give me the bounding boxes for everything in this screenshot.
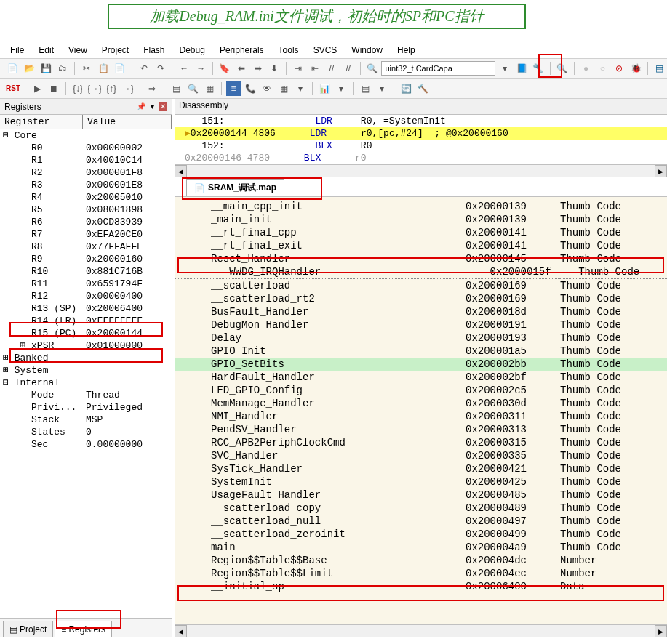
paste-icon[interactable]: 📄 bbox=[113, 61, 127, 76]
disasm-icon[interactable]: 🔍 bbox=[185, 81, 200, 96]
menu-view[interactable]: View bbox=[63, 44, 93, 57]
bp-kill-icon[interactable]: ⊘ bbox=[612, 61, 626, 76]
map-row[interactable]: SVC_Handler0x20000335Thumb Code bbox=[175, 449, 667, 462]
open-icon[interactable]: 📂 bbox=[23, 61, 37, 76]
register-row[interactable]: R15 (PC)0x20000144 bbox=[0, 327, 172, 339]
bp-toggle-icon[interactable]: ● bbox=[579, 61, 594, 76]
settings-icon[interactable]: 🔧 bbox=[531, 61, 546, 76]
register-row[interactable]: R120x00000400 bbox=[0, 290, 172, 302]
menu-file[interactable]: File bbox=[4, 44, 30, 57]
stop-icon[interactable]: ⏹ bbox=[47, 81, 61, 96]
map-row[interactable]: __scatterload_rt20x20000169Thumb Code bbox=[175, 292, 667, 305]
map-row[interactable]: __rt_final_exit0x20000141Thumb Code bbox=[175, 239, 667, 252]
register-row[interactable]: R20x000001F8 bbox=[0, 166, 172, 179]
bp-list-icon[interactable]: 🐞 bbox=[628, 61, 643, 76]
watch-icon[interactable]: 👁 bbox=[260, 81, 274, 96]
cut-icon[interactable]: ✂ bbox=[79, 61, 94, 76]
nav-back-icon[interactable]: ← bbox=[177, 61, 191, 76]
save-icon[interactable]: 💾 bbox=[39, 61, 54, 76]
menu-help[interactable]: Help bbox=[391, 44, 421, 57]
internal-row[interactable]: ModeThread bbox=[0, 389, 172, 401]
close-icon[interactable]: ✕ bbox=[159, 102, 167, 111]
register-row[interactable]: R30x000001E8 bbox=[0, 179, 172, 191]
register-row[interactable]: R40x20005010 bbox=[0, 191, 172, 204]
map-row[interactable]: DebugMon_Handler0x20000191Thumb Code bbox=[175, 318, 667, 331]
register-row[interactable]: R100x881C716B bbox=[0, 265, 172, 278]
map-row[interactable]: _main_init0x20000139Thumb Code bbox=[175, 213, 667, 226]
map-row[interactable]: SystemInit0x20000425Thumb Code bbox=[175, 475, 667, 488]
register-row[interactable]: R90x20000160 bbox=[0, 253, 172, 265]
find-combo[interactable] bbox=[381, 61, 495, 76]
map-row[interactable]: main0x200004a9Thumb Code bbox=[175, 541, 667, 554]
map-row[interactable]: __scatterload0x20000169Thumb Code bbox=[175, 279, 667, 292]
internal-row[interactable]: StackMSP bbox=[0, 414, 172, 426]
step-in-icon[interactable]: {↓} bbox=[71, 81, 85, 96]
system-icon[interactable]: ▤ bbox=[358, 81, 372, 96]
map-row[interactable]: Region$$Table$$Base0x200004dcNumber bbox=[175, 554, 667, 567]
map-row[interactable]: __initial_sp0x20006400Data bbox=[175, 580, 667, 593]
register-row[interactable]: R13 (SP)0x20006400 bbox=[0, 302, 172, 315]
analyzer-icon[interactable]: 📊 bbox=[317, 81, 332, 96]
register-row[interactable]: R60x0CD83939 bbox=[0, 216, 172, 228]
menu-tools[interactable]: Tools bbox=[273, 44, 305, 57]
run-to-icon[interactable]: →} bbox=[121, 81, 135, 96]
bp-disable-icon[interactable]: ○ bbox=[595, 61, 610, 76]
copy-icon[interactable]: 📋 bbox=[96, 61, 111, 76]
step-out-icon[interactable]: {↑} bbox=[104, 81, 119, 96]
show-next-icon[interactable]: ⇒ bbox=[145, 81, 159, 96]
map-row[interactable]: GPIO_SetBits0x200002bbThumb Code bbox=[175, 358, 667, 371]
map-row[interactable]: WWDG_IRQHandler 0x2000015f Thumb Code bbox=[175, 265, 667, 279]
map-row[interactable]: HardFault_Handler0x200002bfThumb Code bbox=[175, 371, 667, 384]
register-row[interactable]: R70xEFA20CE0 bbox=[0, 228, 172, 241]
map-body[interactable]: __main_cpp_init0x20000139Thumb Code_main… bbox=[175, 197, 667, 624]
symbols-icon[interactable]: ▦ bbox=[202, 81, 217, 96]
find-icon[interactable]: 🔍 bbox=[365, 61, 380, 76]
nav-fwd-icon[interactable]: → bbox=[193, 61, 208, 76]
map-row[interactable]: LED_GPIO_Config0x200002c5Thumb Code bbox=[175, 384, 667, 397]
menu-edit[interactable]: Edit bbox=[33, 44, 60, 57]
map-row[interactable]: BusFault_Handler0x2000018dThumb Code bbox=[175, 305, 667, 318]
pin-icon[interactable]: 📌 bbox=[137, 102, 145, 111]
internal-row[interactable]: Privi...Privileged bbox=[0, 401, 172, 414]
register-row[interactable]: R80x77FFAFFE bbox=[0, 241, 172, 253]
file-tab-map[interactable]: 📄SRAM_调试.map bbox=[186, 179, 284, 196]
map-row[interactable]: PendSV_Handler0x20000313Thumb Code bbox=[175, 423, 667, 436]
map-row[interactable]: __main_cpp_init0x20000139Thumb Code bbox=[175, 200, 667, 213]
map-row[interactable]: Region$$Table$$Limit0x200004ecNumber bbox=[175, 567, 667, 580]
bookmark-clear-icon[interactable]: ⬇ bbox=[268, 61, 282, 76]
window-icon[interactable]: ▤ bbox=[652, 61, 667, 76]
register-row[interactable]: R14 (LR)0xFFFFFFFF bbox=[0, 315, 172, 327]
run-icon[interactable]: ▶ bbox=[30, 81, 44, 96]
config-icon[interactable]: 📘 bbox=[514, 61, 529, 76]
map-row[interactable]: __scatterload_null0x20000497Thumb Code bbox=[175, 515, 667, 528]
internal-row[interactable]: Sec0.00000000 bbox=[0, 438, 172, 451]
trace-icon[interactable]: ▾ bbox=[334, 81, 348, 96]
menu-peripherals[interactable]: Peripherals bbox=[214, 44, 270, 57]
serial-icon[interactable]: ▾ bbox=[293, 81, 308, 96]
map-row[interactable]: RCC_APB2PeriphClockCmd0x20000315Thumb Co… bbox=[175, 436, 667, 449]
comment-icon[interactable]: // bbox=[324, 61, 339, 76]
menu-svcs[interactable]: SVCS bbox=[308, 44, 343, 57]
register-row[interactable]: R110x6591794F bbox=[0, 278, 172, 290]
registers-tree[interactable]: ⊟ Core R00x00000002 R10x40010C14 R20x000… bbox=[0, 129, 172, 618]
menu-project[interactable]: Project bbox=[96, 44, 135, 57]
map-row[interactable]: Delay0x20000193Thumb Code bbox=[175, 331, 667, 345]
map-row[interactable]: Reset_Handler0x20000145Thumb Code bbox=[175, 252, 667, 265]
reset-icon[interactable]: RST bbox=[6, 81, 20, 96]
internal-row[interactable]: States0 bbox=[0, 426, 172, 438]
tab-registers[interactable]: ≡Registers bbox=[55, 621, 112, 637]
map-row[interactable]: __scatterload_copy0x20000489Thumb Code bbox=[175, 502, 667, 515]
find-next-icon[interactable]: ▾ bbox=[498, 61, 512, 76]
map-row[interactable]: NMI_Handler0x20000311Thumb Code bbox=[175, 410, 667, 423]
menu-debug[interactable]: Debug bbox=[174, 44, 211, 57]
redo-icon[interactable]: ↷ bbox=[153, 61, 168, 76]
map-row[interactable]: __rt_final_cpp0x20000141Thumb Code bbox=[175, 226, 667, 239]
update-icon[interactable]: 🔄 bbox=[399, 81, 413, 96]
toolbox-icon[interactable]: ▾ bbox=[375, 81, 389, 96]
register-row[interactable]: R50x08001898 bbox=[0, 204, 172, 216]
disasm-scrollbar[interactable]: ◀▶ bbox=[175, 164, 667, 177]
callstack-icon[interactable]: 📞 bbox=[243, 81, 257, 96]
memory-icon[interactable]: ▦ bbox=[276, 81, 291, 96]
map-scrollbar[interactable]: ◀▶ bbox=[175, 624, 667, 637]
registers-icon[interactable]: ≡ bbox=[226, 81, 241, 96]
